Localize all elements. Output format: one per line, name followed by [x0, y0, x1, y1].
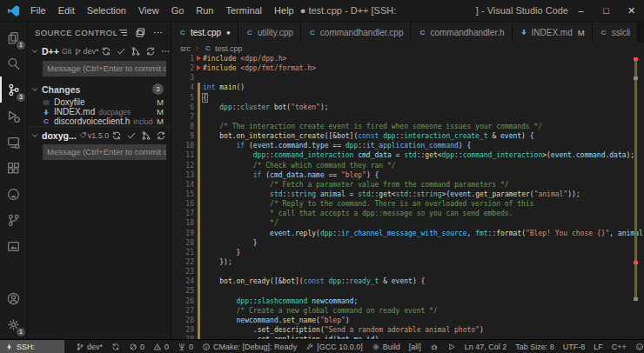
changed-file-row[interactable]: Cdiscordvoiceclient.hinclude/d...M: [28, 117, 171, 126]
minimize-button[interactable]: –: [568, 0, 594, 22]
line-number: 25: [171, 286, 194, 296]
code-line: 11 dpp::command_interaction cmd_data = s…: [171, 150, 644, 160]
activity-badge: 1: [17, 41, 25, 50]
line-number: 17: [171, 209, 194, 218]
line-number: 28: [171, 316, 194, 325]
changes-label: Changes: [42, 84, 80, 95]
tab-sslcli[interactable]: Csslcli: [593, 22, 638, 43]
refresh-icon[interactable]: [145, 46, 156, 57]
tab-commandhandler.h[interactable]: Ccommandhandler.h: [411, 22, 512, 43]
more-actions-icon[interactable]: [152, 27, 164, 38]
status-cmake-kit[interactable]: [GCC 10.0.0]: [301, 340, 367, 353]
activity-search[interactable]: [0, 50, 27, 77]
activity-source-control[interactable]: 3: [0, 77, 27, 103]
gutter-decoration: [194, 209, 203, 218]
ruler-mark: [634, 297, 638, 301]
code-line: 12 /* Check which command they ran */: [171, 161, 644, 170]
git-branch-icon: [74, 48, 82, 56]
repo-name: D++: [42, 46, 59, 57]
status-remote-indicator[interactable]: SSH:: [0, 340, 64, 353]
repo-row-dpp[interactable]: D++ Git dev*: [28, 43, 171, 60]
status-warnings-count[interactable]: 0: [149, 340, 173, 353]
cpp-file-icon: C: [600, 28, 608, 37]
code-line: 30 .set_application_id(bot.me.id): [171, 335, 644, 339]
cmake-build-icon: [372, 343, 380, 351]
maximize-button[interactable]: □: [594, 0, 619, 22]
status-tests-count[interactable]: 0: [173, 340, 198, 353]
create-branch-icon[interactable]: [141, 130, 151, 141]
activity-extensions[interactable]: [0, 155, 27, 181]
menu-run[interactable]: Run: [190, 0, 219, 22]
view-as-tree-icon[interactable]: [117, 27, 129, 38]
status-cmake-status[interactable]: CMake: [Debug]: Ready: [198, 340, 301, 353]
status-errors-count[interactable]: 0: [124, 340, 149, 353]
repositories-icon[interactable]: [135, 27, 146, 38]
status-encoding[interactable]: UTF-8: [559, 340, 590, 353]
code-line: 18 */: [171, 218, 644, 228]
sync-changes-icon[interactable]: [111, 130, 122, 141]
menu-go[interactable]: Go: [165, 0, 191, 22]
status-language-mode[interactable]: C++: [607, 340, 631, 353]
status-cmake-debug[interactable]: [426, 340, 443, 353]
remote-indicator-icon: [5, 343, 14, 351]
status-git-branch[interactable]: dev*: [71, 340, 107, 353]
status-cmake-target[interactable]: [all]: [405, 340, 426, 353]
gutter-decoration: [194, 180, 203, 190]
changes-section-header[interactable]: Changes 3: [28, 81, 171, 97]
more-actions-icon[interactable]: [160, 46, 171, 57]
gutter-decoration: [194, 325, 203, 335]
activity-explorer[interactable]: 1: [0, 24, 27, 50]
gutter-decoration: [194, 73, 203, 83]
commit-icon[interactable]: [116, 46, 126, 57]
commit-message-input[interactable]: Message (Ctrl+Enter to commit on...: [43, 61, 166, 77]
status-indentation[interactable]: Tab Size: 8: [511, 340, 559, 353]
git-status-badge: M: [157, 97, 164, 107]
activity-git-graph[interactable]: [0, 207, 27, 233]
code-line: 10 if (event.command.type == dpp::it_app…: [171, 141, 644, 150]
activity-preview[interactable]: [0, 233, 27, 259]
tab-test.cpp[interactable]: Ctest.cpp●: [171, 22, 238, 43]
tab-utility.cpp[interactable]: Cutility.cpp: [238, 22, 301, 43]
refresh-icon[interactable]: [156, 130, 166, 141]
code-text: dpp::cluster bot("token");: [203, 103, 329, 112]
status-sync-status[interactable]: [107, 340, 124, 353]
overview-ruler[interactable]: [634, 57, 637, 301]
commit-message-input[interactable]: Message (Ctrl+Enter to commit on...: [43, 144, 166, 160]
changes-count-badge: 3: [152, 83, 164, 95]
status-cursor-position[interactable]: Ln 47, Col 2: [460, 340, 512, 353]
tab-commandhandler.cpp[interactable]: Ccommandhandler.cpp: [301, 22, 412, 43]
menu-terminal[interactable]: Terminal: [220, 0, 269, 22]
repo-row-doxygen[interactable]: doxyg... v1.5.0: [28, 126, 171, 143]
line-number: 26: [171, 296, 194, 306]
activity-remote-explorer[interactable]: [0, 129, 27, 155]
line-number: 5: [171, 93, 194, 103]
status-feedback[interactable]: [631, 340, 644, 353]
menu-edit[interactable]: Edit: [52, 0, 81, 22]
changed-file-row[interactable]: INDEX.mddocpagesM: [28, 107, 171, 117]
breadcrumb-folder[interactable]: src: [180, 44, 191, 53]
commit-icon[interactable]: [126, 130, 137, 141]
menu-file[interactable]: File: [24, 0, 52, 22]
menu-view[interactable]: View: [132, 0, 165, 22]
activity-manage[interactable]: 1: [0, 311, 27, 337]
menu-help[interactable]: Help: [268, 0, 300, 22]
breadcrumb-file[interactable]: test.cpp: [215, 44, 243, 53]
code-editor[interactable]: 1#include <dpp/dpp.h>2#include <dpp/fmt/…: [171, 54, 644, 339]
tab-label: utility.cpp: [258, 28, 293, 37]
vscode-logo-icon: [7, 4, 20, 17]
menu-selection[interactable]: Selection: [81, 0, 132, 22]
code-text: if (cmd_data.name == "blep") {: [203, 170, 379, 180]
activity-accounts[interactable]: [0, 285, 27, 311]
close-button[interactable]: ✕: [619, 0, 644, 22]
activity-github[interactable]: [0, 181, 27, 207]
activity-run-and-debug[interactable]: [0, 103, 27, 129]
status-label: 0: [164, 343, 169, 351]
status-cmake-launch[interactable]: [443, 340, 460, 353]
changed-file-row[interactable]: DoxyfileM: [28, 97, 171, 107]
cmake-launch-icon: [447, 343, 456, 351]
create-branch-icon[interactable]: [131, 46, 141, 57]
tab-INDEX.md[interactable]: INDEX.mdM: [513, 22, 593, 43]
sync-changes-icon[interactable]: [101, 46, 111, 57]
status-cmake-build[interactable]: Build: [367, 340, 405, 353]
status-eol[interactable]: LF: [589, 340, 607, 353]
